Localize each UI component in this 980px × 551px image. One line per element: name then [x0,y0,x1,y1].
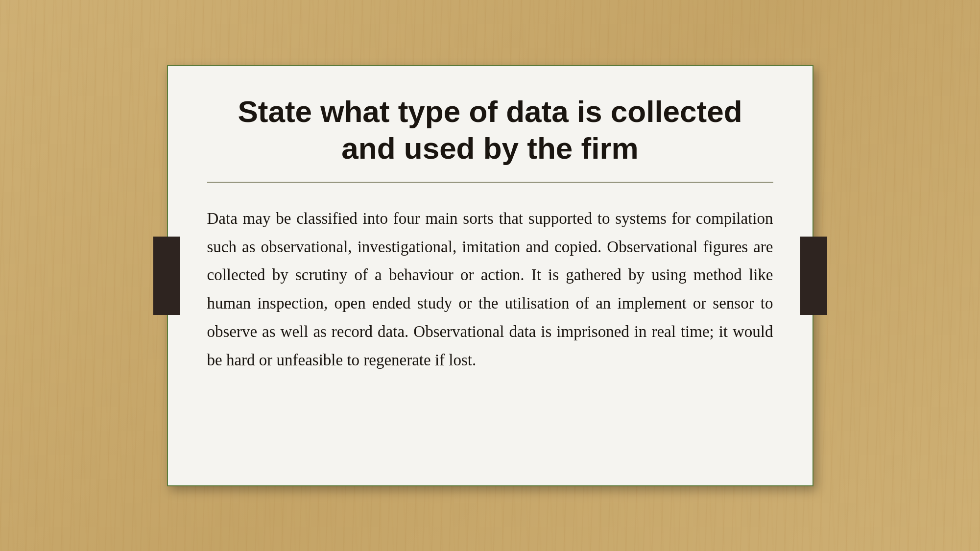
body-paragraph: Data may be classified into four main so… [207,205,773,375]
slide-card: State what type of data is collected and… [167,65,813,486]
slide-title: State what type of data is collected and… [207,93,773,183]
slide-container: State what type of data is collected and… [162,36,818,516]
side-block-left [153,237,180,315]
slide-body: Data may be classified into four main so… [207,205,773,375]
side-block-right [800,237,827,315]
